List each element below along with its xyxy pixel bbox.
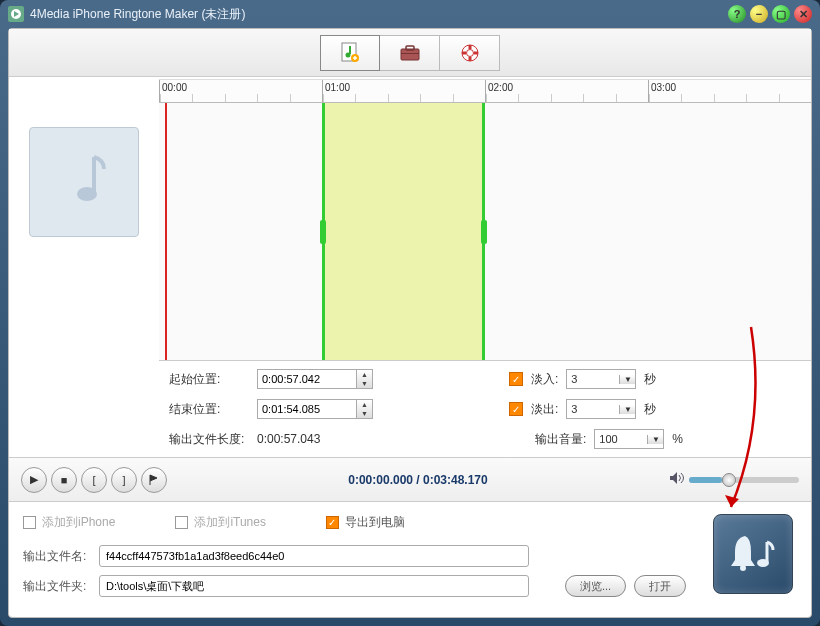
titlebar[interactable]: 4Media iPhone Ringtone Maker (未注册) ? − ▢… [0, 0, 820, 28]
fadeout-label: 淡出: [531, 401, 558, 418]
fadein-label: 淡入: [531, 371, 558, 388]
ruler-tick: 03:00 [651, 82, 676, 93]
fadeout-checkbox[interactable]: ✓ [509, 402, 523, 416]
set-end-button[interactable]: ] [111, 467, 137, 493]
content-pane: 00:00 01:00 02:00 03:00 起始位置: [8, 28, 812, 618]
svg-point-11 [757, 559, 769, 567]
volume-label: 输出音量: [535, 431, 586, 448]
preview-button[interactable] [141, 467, 167, 493]
svg-rect-6 [401, 53, 419, 54]
svg-point-2 [346, 52, 351, 57]
help-button[interactable]: ? [728, 5, 746, 23]
play-button[interactable]: ▶ [21, 467, 47, 493]
make-ringtone-button[interactable] [713, 514, 793, 594]
browse-button[interactable]: 浏览... [565, 575, 626, 597]
waveform-canvas[interactable] [159, 103, 811, 361]
add-to-itunes-checkbox[interactable] [175, 516, 188, 529]
spin-down-icon[interactable]: ▼ [357, 409, 372, 418]
fadeout-unit: 秒 [644, 401, 656, 418]
bell-music-icon [727, 528, 779, 580]
selection-start-handle[interactable] [320, 220, 326, 244]
dropdown-arrow-icon: ▼ [619, 375, 635, 384]
time-display: 0:00:00.000 / 0:03:48.170 [171, 473, 665, 487]
playhead[interactable] [165, 103, 167, 360]
selection-region[interactable] [322, 103, 485, 360]
volume-select[interactable]: 100▼ [594, 429, 664, 449]
parameters-panel: 起始位置: ▲▼ 结束位置: ▲▼ [159, 361, 811, 457]
maximize-button[interactable]: ▢ [772, 5, 790, 23]
volume-unit: % [672, 432, 683, 446]
end-position-label: 结束位置: [169, 401, 249, 418]
fadeout-select[interactable]: 3▼ [566, 399, 636, 419]
fadein-unit: 秒 [644, 371, 656, 388]
file-thumbnail[interactable] [29, 127, 139, 237]
end-value-field[interactable] [257, 399, 357, 419]
dropdown-arrow-icon: ▼ [647, 435, 663, 444]
add-to-iphone-label: 添加到iPhone [42, 514, 115, 531]
svg-rect-5 [406, 46, 414, 50]
svg-point-8 [466, 49, 473, 56]
export-to-pc-checkbox[interactable]: ✓ [326, 516, 339, 529]
ruler-tick: 01:00 [325, 82, 350, 93]
svg-point-10 [740, 565, 746, 571]
add-to-itunes-label: 添加到iTunes [194, 514, 266, 531]
dropdown-arrow-icon: ▼ [619, 405, 635, 414]
main-toolbar [9, 29, 811, 77]
fadein-checkbox[interactable]: ✓ [509, 372, 523, 386]
output-folder-input[interactable] [99, 575, 529, 597]
output-length-label: 输出文件长度: [169, 431, 249, 448]
play-flag-icon [148, 474, 160, 486]
ruler-tick: 00:00 [162, 82, 187, 93]
export-to-pc-label: 导出到电脑 [345, 514, 405, 531]
output-panel: 添加到iPhone 添加到iTunes ✓导出到电脑 输出文件名: 输出文件夹:… [9, 501, 811, 617]
editor-area: 00:00 01:00 02:00 03:00 起始位置: [9, 77, 811, 457]
spin-up-icon[interactable]: ▲ [357, 400, 372, 409]
open-folder-button[interactable]: 打开 [634, 575, 686, 597]
set-start-button[interactable]: [ [81, 467, 107, 493]
time-ruler[interactable]: 00:00 01:00 02:00 03:00 [159, 79, 811, 103]
spin-down-icon[interactable]: ▼ [357, 379, 372, 388]
window-title: 4Media iPhone Ringtone Maker (未注册) [30, 6, 724, 23]
toolbox-button[interactable] [380, 35, 440, 71]
output-folder-label: 输出文件夹: [23, 578, 91, 595]
stop-button[interactable]: ■ [51, 467, 77, 493]
start-value-field[interactable] [257, 369, 357, 389]
volume-slider[interactable] [689, 477, 799, 483]
transport-bar: ▶ ■ [ ] 0:00:00.000 / 0:03:48.170 [9, 457, 811, 501]
volume-icon[interactable] [669, 471, 685, 488]
help-toolbar-button[interactable] [440, 35, 500, 71]
music-add-icon [340, 42, 360, 64]
waveform-column: 00:00 01:00 02:00 03:00 起始位置: [159, 77, 811, 457]
minimize-button[interactable]: − [750, 5, 768, 23]
music-note-icon [59, 152, 109, 212]
app-icon [8, 6, 24, 22]
briefcase-icon [399, 44, 421, 62]
spin-up-icon[interactable]: ▲ [357, 370, 372, 379]
output-filename-label: 输出文件名: [23, 548, 91, 565]
ruler-tick: 02:00 [488, 82, 513, 93]
add-file-button[interactable] [320, 35, 380, 71]
svg-point-9 [77, 187, 97, 201]
fadein-select[interactable]: 3▼ [566, 369, 636, 389]
thumbnail-column [9, 77, 159, 457]
close-button[interactable]: ✕ [794, 5, 812, 23]
end-position-input[interactable]: ▲▼ [257, 399, 373, 419]
app-window: 4Media iPhone Ringtone Maker (未注册) ? − ▢… [0, 0, 820, 626]
output-length-value: 0:00:57.043 [257, 432, 320, 446]
output-filename-input[interactable] [99, 545, 529, 567]
add-to-iphone-checkbox[interactable] [23, 516, 36, 529]
start-position-input[interactable]: ▲▼ [257, 369, 373, 389]
start-position-label: 起始位置: [169, 371, 249, 388]
slider-thumb[interactable] [722, 473, 736, 487]
lifebuoy-icon [460, 43, 480, 63]
selection-end-handle[interactable] [481, 220, 487, 244]
